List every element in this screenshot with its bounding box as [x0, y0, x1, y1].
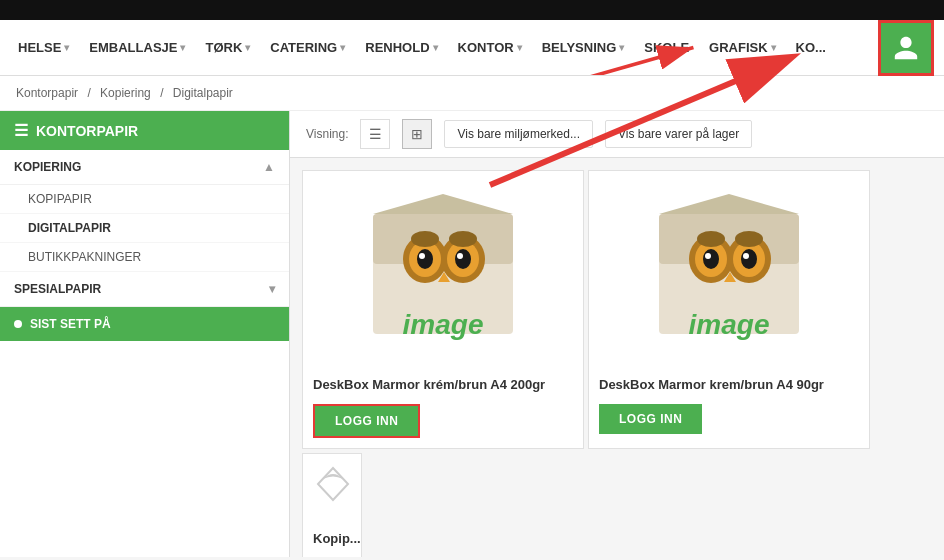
- svg-text:image: image: [689, 309, 770, 340]
- sidebar-section-kopiering: KOPIERING ▲ KOPIPAPIR DIGITALPAPIR BUTIK…: [0, 150, 289, 272]
- product-card-3: Kopip...: [302, 453, 362, 557]
- svg-point-7: [419, 253, 425, 259]
- svg-point-29: [735, 231, 763, 247]
- svg-point-14: [449, 231, 477, 247]
- svg-marker-16: [373, 194, 513, 214]
- sidebar-category-kopiering[interactable]: KOPIERING ▲: [0, 150, 289, 185]
- grid-view-button[interactable]: ⊞: [402, 119, 432, 149]
- nav-item-helse[interactable]: HELSE ▾: [10, 34, 77, 61]
- product-info-1: DeskBox Marmor krém/brun A4 200gr LOGG I…: [303, 366, 583, 448]
- product-image-2: image: [589, 171, 869, 366]
- breadcrumb-link-kopiering[interactable]: Kopiering: [100, 86, 151, 100]
- product-info-2: DeskBox Marmor krem/brun A4 90gr LOGG IN…: [589, 366, 869, 448]
- sidebar-category-spesialpapir[interactable]: SPESIALPAPIR ▾: [0, 272, 289, 307]
- product-name-2: DeskBox Marmor krem/brun A4 90gr: [599, 376, 859, 394]
- sidebar-recently-viewed[interactable]: SIST SETT PÅ: [0, 307, 289, 341]
- menu-icon: ☰: [14, 121, 28, 140]
- breadcrumb-link-kontorpapir[interactable]: Kontorpapir: [16, 86, 78, 100]
- nav-item-ko[interactable]: KO...: [788, 34, 834, 61]
- product-image-1: image: [303, 171, 583, 366]
- chevron-down-icon: ▾: [245, 42, 250, 53]
- nav-item-grafisk[interactable]: GRAFISK ▾: [701, 34, 784, 61]
- chevron-down-icon: ▾: [340, 42, 345, 53]
- product-area: Visning: ☰ ⊞ Vis bare miljømerked... Vis…: [290, 111, 944, 557]
- login-button-2[interactable]: LOGG INN: [599, 404, 702, 434]
- sidebar-section-spesialpapir: SPESIALPAPIR ▾: [0, 272, 289, 307]
- lager-filter-button[interactable]: Vis bare varer på lager: [605, 120, 752, 148]
- chevron-down-icon: ▾: [517, 42, 522, 53]
- products-grid: image DeskBox Marmor krém/brun A4 200gr …: [290, 158, 944, 557]
- nav-item-emballasje[interactable]: EMBALLASJE ▾: [81, 34, 193, 61]
- svg-point-6: [417, 249, 433, 269]
- chevron-up-icon: ▲: [263, 160, 275, 174]
- breadcrumb-current: Digitalpapir: [173, 86, 233, 100]
- chevron-down-icon: ▾: [269, 282, 275, 296]
- svg-marker-31: [659, 194, 799, 214]
- sidebar-item-kopipapir[interactable]: KOPIPAPIR: [0, 185, 289, 214]
- chevron-down-icon: ▾: [64, 42, 69, 53]
- dot-icon: [14, 320, 22, 328]
- svg-point-13: [411, 231, 439, 247]
- product-icon-3: [303, 454, 361, 520]
- breadcrumb: Kontorpapir / Kopiering / Digitalpapir: [0, 76, 944, 111]
- product-info-3: Kopip...: [303, 520, 361, 557]
- main-layout: ☰ KONTORPAPIR KOPIERING ▲ KOPIPAPIR DIGI…: [0, 111, 944, 557]
- login-button-1[interactable]: LOGG INN: [313, 404, 420, 438]
- visning-label: Visning:: [306, 127, 348, 141]
- nav-item-skole[interactable]: SKOLE: [636, 34, 697, 61]
- chevron-down-icon: ▾: [433, 42, 438, 53]
- svg-point-26: [743, 253, 749, 259]
- top-bar: [0, 0, 944, 20]
- svg-point-10: [455, 249, 471, 269]
- product-name-1: DeskBox Marmor krém/brun A4 200gr: [313, 376, 573, 394]
- account-button[interactable]: [878, 20, 934, 76]
- svg-point-21: [703, 249, 719, 269]
- nav-items: HELSE ▾ EMBALLASJE ▾ TØRK ▾ CATERING ▾ R…: [10, 34, 878, 61]
- list-view-button[interactable]: ☰: [360, 119, 390, 149]
- main-nav: HELSE ▾ EMBALLASJE ▾ TØRK ▾ CATERING ▾ R…: [0, 20, 944, 76]
- product-name-3: Kopip...: [313, 530, 351, 548]
- nav-item-tork[interactable]: TØRK ▾: [197, 34, 258, 61]
- miljomerked-filter-button[interactable]: Vis bare miljømerked...: [444, 120, 592, 148]
- nav-item-belysning[interactable]: BELYSNING ▾: [534, 34, 633, 61]
- product-toolbar: Visning: ☰ ⊞ Vis bare miljømerked... Vis…: [290, 111, 944, 158]
- chevron-down-icon: ▾: [180, 42, 185, 53]
- chevron-down-icon: ▾: [619, 42, 624, 53]
- nav-item-renhold[interactable]: RENHOLD ▾: [357, 34, 445, 61]
- sidebar-title: KONTORPAPIR: [36, 123, 138, 139]
- svg-point-28: [697, 231, 725, 247]
- svg-point-22: [705, 253, 711, 259]
- product-card-1: image DeskBox Marmor krém/brun A4 200gr …: [302, 170, 584, 449]
- sidebar: ☰ KONTORPAPIR KOPIERING ▲ KOPIPAPIR DIGI…: [0, 111, 290, 557]
- sidebar-item-butikkpakninger[interactable]: BUTIKKPAKNINGER: [0, 243, 289, 272]
- nav-item-catering[interactable]: CATERING ▾: [262, 34, 353, 61]
- user-icon: [892, 34, 920, 62]
- sidebar-item-digitalpapir[interactable]: DIGITALPAPIR: [0, 214, 289, 243]
- svg-text:image: image: [403, 309, 484, 340]
- svg-point-25: [741, 249, 757, 269]
- nav-item-kontor[interactable]: KONTOR ▾: [450, 34, 530, 61]
- sidebar-header: ☰ KONTORPAPIR: [0, 111, 289, 150]
- chevron-down-icon: ▾: [771, 42, 776, 53]
- sidebar-bottom-label: SIST SETT PÅ: [30, 317, 111, 331]
- product-card-2: image DeskBox Marmor krem/brun A4 90gr L…: [588, 170, 870, 449]
- svg-point-11: [457, 253, 463, 259]
